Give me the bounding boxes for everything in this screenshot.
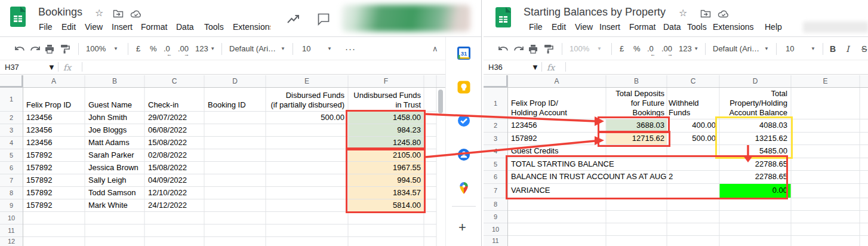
chevron-down-icon[interactable]: ▼ bbox=[327, 42, 332, 56]
undo-icon[interactable] bbox=[498, 45, 509, 54]
more-toolbar-button[interactable]: ··· bbox=[345, 42, 356, 56]
row-header[interactable]: 8 bbox=[0, 186, 23, 199]
cell-checkin[interactable]: 12/10/2022 bbox=[148, 186, 187, 199]
cell-header-withheld[interactable]: Withheld Funds bbox=[669, 87, 722, 119]
cell-header-account[interactable]: Felix Prop ID/ Holding Account bbox=[511, 87, 601, 119]
cell-account[interactable]: 157892 bbox=[511, 132, 537, 144]
cell-account[interactable]: 123456 bbox=[511, 119, 537, 131]
cell-undisbursed[interactable]: 5814.00 bbox=[349, 199, 421, 211]
cell-undisbursed[interactable]: 1458.00 bbox=[349, 111, 421, 124]
cell-prop-id[interactable]: 123456 bbox=[26, 136, 52, 149]
name-box[interactable]: H37 bbox=[5, 61, 19, 73]
move-folder-icon[interactable] bbox=[700, 9, 711, 19]
row-header[interactable]: 7 bbox=[0, 174, 23, 186]
row-header[interactable]: 8 bbox=[484, 198, 507, 210]
row-header[interactable]: 6 bbox=[484, 170, 507, 183]
maps-icon[interactable] bbox=[457, 182, 470, 195]
cell-prop-id[interactable]: 157892 bbox=[26, 174, 52, 186]
currency-format-button[interactable]: £ bbox=[620, 42, 624, 56]
cell-header-checkin[interactable]: Check-in bbox=[148, 87, 202, 111]
row-header[interactable]: 5 bbox=[0, 149, 23, 161]
cell-header-undisbursed[interactable]: Undisbursed Funds in Trust bbox=[349, 87, 421, 111]
cell-header-balance[interactable]: Total Property/Holding Account Balance bbox=[721, 87, 787, 119]
cell-undisbursed[interactable]: 984.23 bbox=[349, 124, 421, 136]
cell-guest[interactable]: Mark White bbox=[88, 199, 128, 211]
cell-prop-id[interactable]: 123456 bbox=[26, 111, 52, 124]
paint-format-icon[interactable] bbox=[543, 44, 554, 54]
col-header-A[interactable]: A bbox=[23, 75, 85, 87]
row-header[interactable]: 3 bbox=[484, 132, 507, 144]
col-header-A[interactable]: A bbox=[507, 75, 606, 87]
comment-icon[interactable] bbox=[317, 13, 330, 26]
col-header-F[interactable]: F bbox=[348, 75, 424, 87]
row-header[interactable]: 9 bbox=[0, 199, 23, 211]
menu-data[interactable]: Data bbox=[176, 22, 194, 32]
insights-icon[interactable] bbox=[287, 14, 300, 24]
col-header-D[interactable]: D bbox=[204, 75, 266, 87]
font-select[interactable]: Default (Ari… bbox=[713, 42, 759, 56]
star-icon[interactable]: ☆ bbox=[679, 8, 687, 19]
cell-checkin[interactable]: 02/08/2022 bbox=[148, 149, 187, 161]
cell-header-prop-id[interactable]: Felix Prop ID bbox=[26, 87, 83, 111]
chevron-down-icon[interactable]: ▼ bbox=[281, 42, 285, 56]
row-header[interactable]: 9 bbox=[484, 210, 507, 223]
cell-undisbursed[interactable]: 1967.55 bbox=[349, 161, 421, 174]
spreadsheet-grid-balances[interactable]: A B C D E 1 2 3 4 5 6 7 8 9 10 11 Felix … bbox=[484, 75, 868, 246]
tasks-icon[interactable] bbox=[457, 114, 470, 127]
row-header[interactable]: 7 bbox=[484, 183, 507, 198]
row-header[interactable]: 11 bbox=[0, 224, 23, 236]
percent-format-button[interactable]: % bbox=[633, 42, 641, 56]
menu-file[interactable]: File bbox=[39, 22, 53, 32]
chevron-down-icon[interactable]: ▼ bbox=[113, 42, 118, 56]
menu-file[interactable]: File bbox=[529, 22, 543, 32]
cell-guest[interactable]: Joe Bloggs bbox=[88, 124, 127, 136]
cell-deposits[interactable]: 12715.62 bbox=[607, 132, 664, 144]
more-formats-button[interactable]: 123 ▼ bbox=[679, 42, 698, 56]
menu-edit[interactable]: Edit bbox=[61, 22, 76, 32]
col-header-C[interactable]: C bbox=[144, 75, 204, 87]
cell-guest[interactable]: Jessica Brown bbox=[88, 161, 138, 174]
cell-guest[interactable]: Todd Samson bbox=[88, 186, 136, 199]
cloud-saved-icon[interactable] bbox=[718, 9, 730, 19]
menu-format[interactable]: Format bbox=[141, 22, 167, 32]
currency-format-button[interactable]: £ bbox=[136, 42, 140, 56]
cell-header-disbursed[interactable]: Disbursed Funds (if partially disbursed) bbox=[267, 87, 344, 111]
cell-guest[interactable]: John Smith bbox=[88, 111, 127, 124]
spreadsheet-grid-bookings[interactable]: A B C D E F 1 2 3 4 5 6 7 8 9 10 11 12 F… bbox=[0, 75, 445, 246]
cell-deposits[interactable]: 3688.03 bbox=[607, 119, 664, 132]
cell-prop-id[interactable]: 157892 bbox=[26, 149, 52, 161]
menu-edit[interactable]: Edit bbox=[552, 22, 566, 32]
cell-checkin[interactable]: 04/09/2022 bbox=[148, 174, 187, 186]
menu-tools[interactable]: Tools bbox=[687, 22, 707, 32]
font-size-select[interactable]: 10 bbox=[786, 42, 794, 56]
row-header[interactable]: 2 bbox=[484, 119, 507, 132]
print-icon[interactable] bbox=[44, 44, 55, 54]
row-header[interactable]: 6 bbox=[0, 161, 23, 174]
menu-view[interactable]: View bbox=[575, 22, 593, 32]
cell-undisbursed[interactable]: 2105.00 bbox=[349, 149, 421, 161]
name-box[interactable]: H36 bbox=[488, 61, 503, 73]
paint-format-icon[interactable] bbox=[60, 44, 70, 54]
vertical-scrollbar[interactable] bbox=[438, 90, 443, 113]
cell-prop-id[interactable]: 157892 bbox=[26, 161, 52, 174]
row-header[interactable]: 3 bbox=[0, 124, 23, 136]
chevron-down-icon[interactable]: ▼ bbox=[531, 61, 539, 73]
cell-checkin[interactable]: 29/07/2022 bbox=[148, 111, 187, 124]
cell-checkin[interactable]: 15/08/2022 bbox=[148, 136, 187, 149]
cell-undisbursed[interactable]: 994.50 bbox=[349, 174, 421, 186]
cell-guest[interactable]: Matt Adams bbox=[88, 136, 130, 149]
menu-insert[interactable]: Insert bbox=[112, 22, 133, 32]
row-header[interactable]: 11 bbox=[484, 235, 507, 246]
cell-withheld[interactable]: 400.00 bbox=[663, 119, 716, 132]
share-button-blurred[interactable] bbox=[341, 5, 470, 32]
row-header[interactable]: 1 bbox=[484, 87, 507, 119]
cell-prop-id[interactable]: 157892 bbox=[26, 199, 52, 211]
select-all-corner[interactable] bbox=[0, 75, 23, 87]
col-header-D[interactable]: D bbox=[719, 75, 791, 87]
row-header[interactable]: 10 bbox=[0, 211, 23, 224]
font-select[interactable]: Default (Ari… bbox=[229, 42, 276, 56]
calendar-icon[interactable]: 31 bbox=[457, 47, 470, 60]
cell-prop-id[interactable]: 157892 bbox=[26, 186, 52, 199]
cell-checkin[interactable]: 06/08/2022 bbox=[148, 124, 187, 136]
chevron-down-icon[interactable]: ▼ bbox=[48, 61, 56, 73]
